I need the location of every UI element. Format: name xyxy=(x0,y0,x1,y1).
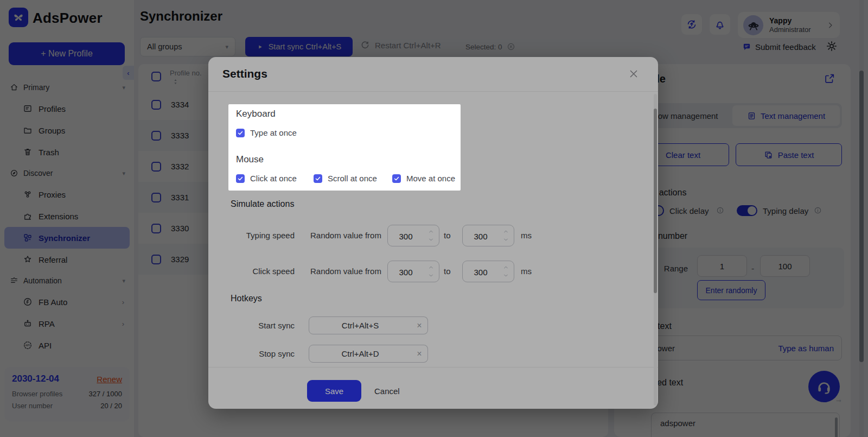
click-at-once-checkbox[interactable]: Click at once xyxy=(236,174,297,183)
tour-overlay xyxy=(0,0,868,437)
checkbox-checked-icon xyxy=(236,174,245,183)
spotlight-keyboard-mouse-section: Keyboard Type at once Mouse Click at onc… xyxy=(228,104,461,191)
checkbox-checked-icon xyxy=(314,174,322,183)
type-at-once-checkbox[interactable]: Type at once xyxy=(236,128,297,137)
checkbox-checked-icon xyxy=(236,129,245,137)
scroll-at-once-checkbox[interactable]: Scroll at once xyxy=(314,174,377,183)
move-at-once-checkbox[interactable]: Move at once xyxy=(392,174,455,183)
keyboard-heading: Keyboard xyxy=(236,109,276,119)
checkbox-checked-icon xyxy=(392,174,401,183)
mouse-heading: Mouse xyxy=(236,154,264,165)
